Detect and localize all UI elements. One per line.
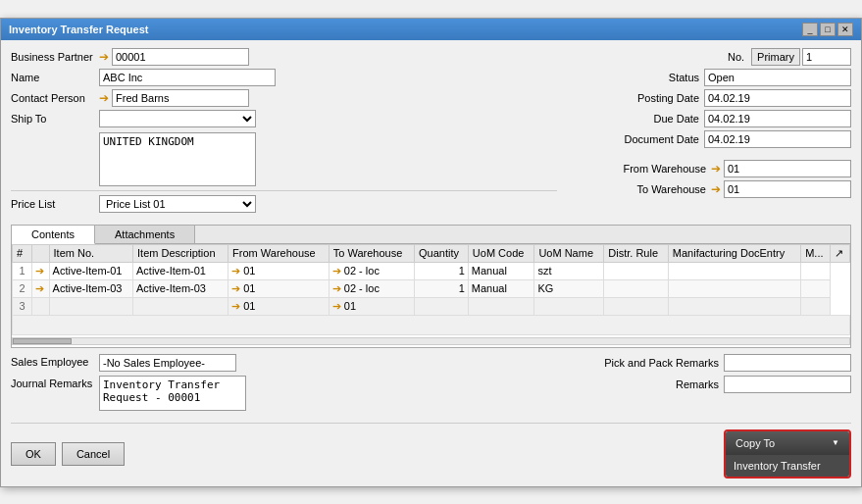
pick-pack-input[interactable] (724, 354, 851, 372)
empty-row-filler (13, 315, 850, 334)
col-num: # (13, 244, 32, 262)
business-partner-input[interactable] (112, 48, 249, 66)
from-wh-arrow-icon: ➔ (711, 162, 721, 176)
copy-to-dropdown-arrow: ▼ (832, 438, 839, 447)
sales-employee-input[interactable] (99, 354, 236, 372)
row-3-arrow (32, 297, 50, 315)
table-row[interactable]: 3 ➔ 01 ➔ 01 (13, 297, 850, 315)
row-1-num: 1 (13, 262, 32, 279)
row-2-num: 2 (13, 279, 32, 297)
no-input[interactable] (802, 48, 851, 66)
row-1-from-wh[interactable]: ➔ 01 (228, 262, 330, 279)
cancel-button[interactable]: Cancel (62, 442, 125, 466)
col-to-wh: To Warehouse (329, 244, 414, 262)
remarks-input[interactable] (724, 376, 851, 393)
contact-person-input[interactable] (112, 89, 249, 107)
journal-remarks-input[interactable]: Inventory Transfer Request - 00001 (99, 376, 246, 411)
maximize-button[interactable]: □ (820, 23, 836, 36)
journal-remarks-row: Journal Remarks Inventory Transfer Reque… (11, 376, 422, 411)
inventory-transfer-option[interactable]: Inventory Transfer (726, 455, 849, 477)
close-button[interactable]: ✕ (837, 23, 853, 36)
row-3-distr-rule[interactable] (604, 297, 669, 315)
row-2-arrow: ➔ (32, 279, 50, 297)
sales-employee-label: Sales Employee (11, 354, 99, 368)
row-1-uom-code[interactable]: Manual (468, 262, 534, 279)
remarks-row: Remarks (441, 376, 852, 393)
tab-contents[interactable]: Contents (12, 226, 95, 244)
row-3-m[interactable] (801, 297, 831, 315)
row-3-uom-code[interactable] (468, 297, 534, 315)
name-label: Name (11, 72, 99, 83)
posting-date-label: Posting Date (637, 92, 699, 104)
row-3-item-no[interactable] (49, 297, 132, 315)
bottom-right: Pick and Pack Remarks Remarks (441, 354, 852, 415)
minimize-button[interactable]: _ (802, 23, 818, 36)
scrollbar-thumb[interactable] (13, 338, 72, 344)
posting-date-row: Posting Date (577, 89, 851, 107)
document-date-input[interactable] (704, 130, 851, 148)
row-2-qty[interactable]: 1 (415, 279, 469, 297)
form-section: Business Partner ➔ Name Contact Person ➔… (11, 48, 851, 219)
horizontal-scrollbar[interactable] (12, 337, 850, 345)
no-label: No. (728, 51, 744, 63)
row-1-uom-name[interactable]: szt (534, 262, 604, 279)
row-2-mfg[interactable] (668, 279, 800, 297)
window-body: Business Partner ➔ Name Contact Person ➔… (1, 40, 861, 486)
row-1-arrow: ➔ (32, 262, 50, 279)
posting-date-input[interactable] (704, 89, 851, 107)
status-label: Status (669, 72, 699, 83)
ok-button[interactable]: OK (11, 442, 56, 466)
items-table: # Item No. Item Description From Warehou… (12, 244, 850, 335)
primary-badge: Primary (751, 48, 800, 66)
col-expand[interactable]: ↗ (831, 244, 850, 262)
row-2-item-no[interactable]: Active-Item-03 (49, 279, 132, 297)
tabs-header: Contents Attachments (12, 226, 850, 244)
due-date-input[interactable] (704, 110, 851, 127)
copy-to-button[interactable]: Copy To ▼ (726, 431, 849, 455)
to-warehouse-row: To Warehouse ➔ (577, 180, 851, 198)
footer-left: OK Cancel (11, 442, 125, 466)
row-2-distr-rule[interactable] (604, 279, 669, 297)
row-3-uom-name[interactable] (534, 297, 604, 315)
row-1-m[interactable] (801, 262, 831, 279)
col-mfg: Manifacturing DocEntry (668, 244, 800, 262)
price-list-select[interactable]: Price List 01 (99, 195, 256, 213)
pick-pack-row: Pick and Pack Remarks (441, 354, 852, 372)
to-warehouse-input[interactable] (724, 180, 851, 198)
due-date-label: Due Date (654, 113, 699, 125)
contact-person-label: Contact Person (11, 92, 99, 104)
table-container: # Item No. Item Description From Warehou… (12, 244, 850, 347)
status-input[interactable] (704, 69, 851, 86)
document-date-label: Document Date (625, 133, 699, 145)
table-row[interactable]: 1 ➔ Active-Item-01 Active-Item-01 ➔ 01 ➔… (13, 262, 850, 279)
col-m: M... (801, 244, 831, 262)
title-bar: Inventory Transfer Request _ □ ✕ (1, 19, 861, 40)
row-1-qty[interactable]: 1 (415, 262, 469, 279)
row-3-mfg[interactable] (668, 297, 800, 315)
row-2-to-wh[interactable]: ➔ 02 - loc (329, 279, 414, 297)
row-1-mfg[interactable] (668, 262, 800, 279)
row-2-uom-name[interactable]: KG (534, 279, 604, 297)
ship-to-row: Ship To (11, 110, 557, 127)
name-input[interactable] (99, 69, 276, 86)
row-3-to-wh[interactable]: ➔ 01 (329, 297, 414, 315)
tab-attachments[interactable]: Attachments (95, 226, 195, 243)
row-2-item-desc[interactable]: Active-Item-03 (133, 279, 228, 297)
bottom-section: Sales Employee Journal Remarks Inventory… (11, 354, 851, 415)
row-1-to-wh[interactable]: ➔ 02 - loc (329, 262, 414, 279)
row-3-qty[interactable] (415, 297, 469, 315)
row-1-item-desc[interactable]: Active-Item-01 (133, 262, 228, 279)
ship-to-select[interactable] (99, 110, 256, 127)
row-1-distr-rule[interactable] (604, 262, 669, 279)
col-item-desc: Item Description (133, 244, 228, 262)
row-3-from-wh[interactable]: ➔ 01 (228, 297, 330, 315)
row-2-from-wh[interactable]: ➔ 01 (228, 279, 330, 297)
row-2-m[interactable] (801, 279, 831, 297)
from-warehouse-input[interactable] (724, 160, 851, 177)
row-2-uom-code[interactable]: Manual (468, 279, 534, 297)
row-1-item-no[interactable]: Active-Item-01 (49, 262, 132, 279)
row-3-item-desc[interactable] (133, 297, 228, 315)
table-row[interactable]: 2 ➔ Active-Item-03 Active-Item-03 ➔ 01 ➔… (13, 279, 850, 297)
bottom-left: Sales Employee Journal Remarks Inventory… (11, 354, 422, 415)
to-wh-arrow-icon: ➔ (711, 182, 721, 196)
